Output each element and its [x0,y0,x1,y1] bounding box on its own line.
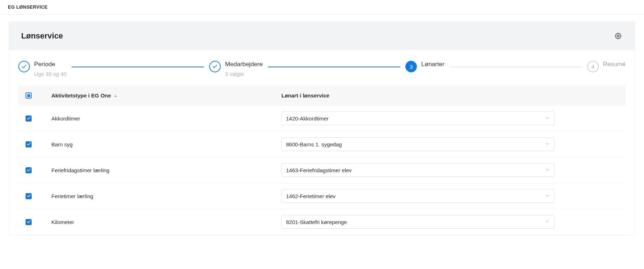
table-header: Aktivitetstype i EG One ▲ ▼ Lønart i løn… [18,86,626,106]
step-circle-active: 3 [405,61,417,72]
row-checkbox[interactable] [26,193,32,199]
mapping-table: Aktivitetstype i EG One ▲ ▼ Lønart i løn… [18,86,626,235]
table-row: Barn syg8600-Barns 1. sygedag [18,132,626,158]
step-circle-pending: 4 [587,61,599,72]
check-icon [21,64,27,69]
app-title-bar: EG LØNSERVICE [0,0,644,14]
gear-icon [615,33,621,39]
step-label: Medarbejdere [225,60,263,69]
lonart-selected-value: 1463-Feriefridagstimer elev [286,167,352,173]
step-sublabel: 3 valgte [225,71,263,77]
step-number: 4 [592,64,594,70]
chevron-down-icon [545,115,550,122]
step-medarbejdere[interactable]: Medarbejdere 3 valgte [209,60,263,77]
column-header-activity[interactable]: Aktivitetstype i EG One [51,92,111,99]
check-icon [212,64,218,69]
table-row: Feriefridagstimer lærling1463-Feriefrida… [18,158,626,183]
lonart-selected-value: 1420-Akkordtimer [286,115,328,122]
chevron-down-icon [545,219,550,225]
step-connector [72,67,204,67]
step-circle-done [209,61,221,72]
step-connector [268,67,400,67]
table-row: Ferietimer lærling1462-Ferietimer elev [18,183,626,209]
check-icon [27,142,31,146]
settings-button[interactable] [613,31,623,41]
chevron-down-icon [545,167,550,173]
lonart-select[interactable]: 1462-Ferietimer elev [281,189,555,203]
lonart-select[interactable]: 1463-Feriefridagstimer elev [281,163,555,177]
check-icon [27,220,31,224]
activity-type: Feriefridagstimer lærling [51,167,110,173]
page-container: Lønservice Periode Uge 39 og 40 [9,22,635,236]
step-lonarter[interactable]: 3 Lønarter [405,60,444,72]
table-row: Akkordtimer1420-Akkordtimer [18,106,626,132]
activity-type: Ferietimer lærling [51,193,93,199]
stepper: Periode Uge 39 og 40 Medarbejdere 3 valg… [9,50,635,83]
app-title: EG LØNSERVICE [8,4,48,10]
svg-point-0 [617,35,619,37]
lonart-selected-value: 1462-Ferietimer elev [286,193,336,199]
page-title: Lønservice [21,31,63,41]
lonart-selected-value: 8201-Skattefri kørepenge [286,219,347,225]
check-icon [27,116,31,120]
table-row: Kilometer8201-Skattefri kørepenge [18,209,626,235]
chevron-down-icon [545,141,550,147]
activity-type: Kilometer [51,219,74,225]
chevron-down-icon [545,193,550,199]
indeterminate-icon [27,94,30,97]
activity-type: Akkordtimer [51,115,80,122]
row-checkbox[interactable] [26,115,32,122]
step-number: 3 [410,64,413,70]
lonart-select[interactable]: 8600-Barns 1. sygedag [281,137,555,151]
row-checkbox[interactable] [26,167,32,173]
step-periode[interactable]: Periode Uge 39 og 40 [18,60,66,77]
step-label: Resumé [603,60,626,69]
check-icon [27,194,31,198]
activity-type: Barn syg [51,141,73,147]
check-icon [27,168,31,172]
row-checkbox[interactable] [26,219,32,225]
select-all-checkbox[interactable] [26,92,32,99]
page-header: Lønservice [9,22,635,50]
step-label: Periode [34,60,66,69]
lonart-selected-value: 8600-Barns 1. sygedag [286,141,342,147]
lonart-select[interactable]: 1420-Akkordtimer [281,111,555,125]
lonart-select[interactable]: 8201-Skattefri kørepenge [281,215,555,229]
column-header-lonart: Lønart i lønservice [281,92,329,99]
step-label: Lønarter [421,60,444,69]
row-checkbox[interactable] [26,141,32,147]
step-sublabel: Uge 39 og 40 [34,71,66,77]
step-connector [450,67,582,67]
step-circle-done [18,61,30,72]
step-resume[interactable]: 4 Resumé [587,60,626,72]
